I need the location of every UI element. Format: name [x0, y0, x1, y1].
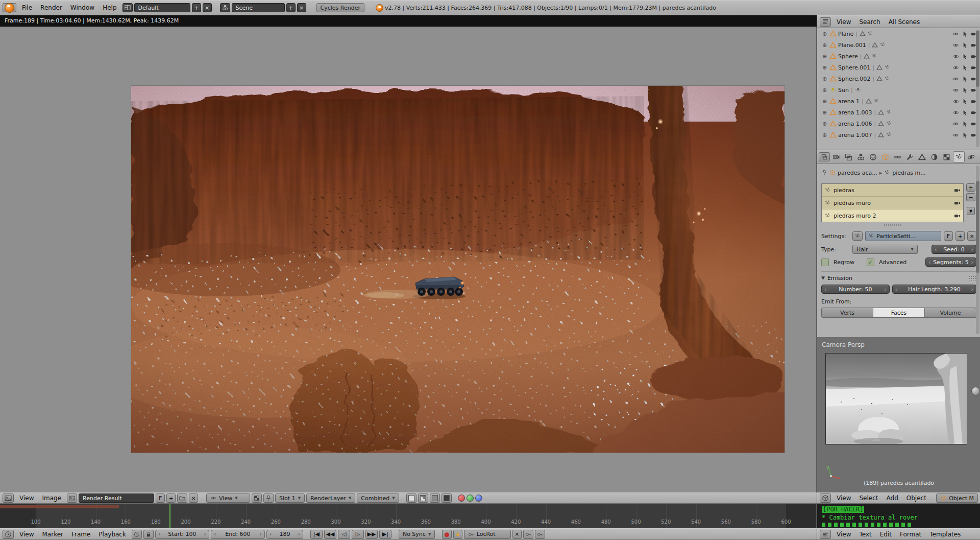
increment-icon[interactable]: › [297, 531, 301, 537]
menu-edit[interactable]: Edit [876, 530, 896, 539]
panel-grip-icon[interactable] [968, 275, 976, 280]
visibility-toggle-icon[interactable] [952, 132, 959, 138]
menu-window[interactable]: Window [66, 3, 99, 12]
visibility-toggle-icon[interactable] [952, 87, 959, 93]
outliner-item[interactable]: ⊕arena 1.006| [817, 118, 980, 129]
timeline-playhead[interactable] [169, 504, 170, 528]
tab-render[interactable] [830, 151, 842, 162]
jump-to-start-button[interactable]: |◀ [310, 530, 323, 539]
expand-icon[interactable]: ⊕ [821, 87, 828, 93]
menu-file[interactable]: File [18, 3, 36, 12]
active-keying-set-select[interactable]: LocRot [464, 530, 511, 539]
editor-type-button[interactable] [3, 494, 14, 503]
menu-playback[interactable]: Playback [94, 530, 130, 539]
add-scene-button[interactable]: + [286, 3, 296, 12]
image-editor-area[interactable] [0, 27, 817, 492]
decrement-icon[interactable]: ‹ [894, 286, 898, 293]
clear-keying-set-button[interactable]: × [512, 530, 522, 539]
selectability-toggle-icon[interactable] [962, 121, 968, 127]
visibility-toggle-icon[interactable] [952, 121, 959, 127]
screen-layout-name-field[interactable]: Default [134, 3, 190, 12]
increment-icon[interactable]: › [259, 531, 263, 537]
pivot-button[interactable] [252, 494, 262, 503]
render-toggle-icon[interactable] [954, 200, 961, 206]
channel-alpha-button[interactable] [430, 494, 440, 503]
use-preview-range-button[interactable] [132, 530, 142, 539]
blue-channel-icon[interactable] [475, 495, 482, 502]
tab-material[interactable] [928, 151, 940, 162]
current-frame-field[interactable]: ‹ 189 › [266, 530, 303, 539]
open-image-button[interactable] [177, 494, 187, 503]
next-keyframe-button[interactable]: ▶▶ [365, 530, 378, 539]
outliner-item[interactable]: ⊕arena 1| [817, 96, 980, 107]
properties-scrollbar[interactable] [976, 166, 979, 334]
tab-texture[interactable] [941, 151, 952, 162]
menu-format[interactable]: Format [896, 530, 925, 539]
menu-render[interactable]: Render [36, 3, 66, 12]
red-channel-icon[interactable] [458, 495, 465, 502]
menu-all-scenes[interactable]: All Scenes [885, 17, 924, 27]
lock-time-button[interactable] [143, 530, 154, 539]
expand-icon[interactable]: ⊕ [821, 53, 828, 60]
particle-system-item[interactable]: piedras muro [822, 197, 963, 209]
green-channel-icon[interactable] [467, 495, 474, 502]
scene-name-field[interactable]: Scene [232, 3, 285, 12]
increment-icon[interactable]: › [970, 286, 974, 293]
visibility-toggle-icon[interactable] [952, 76, 959, 82]
render-layer-select[interactable]: RenderLayer▼ [306, 494, 355, 503]
visibility-toggle-icon[interactable] [952, 98, 959, 105]
decrement-icon[interactable]: ‹ [268, 531, 273, 537]
selectability-toggle-icon[interactable] [962, 53, 968, 60]
outliner-item[interactable]: ⊕Plane| [817, 28, 980, 39]
menu-view[interactable]: View [832, 530, 855, 539]
particle-system-item[interactable]: piedras muro 2 [822, 209, 963, 222]
insert-keyframe-button[interactable] [523, 530, 533, 539]
channel-color-alpha-button[interactable] [418, 494, 428, 503]
hair-length-field[interactable]: ‹ Hair Length: 3.290 › [892, 285, 976, 294]
menu-view[interactable]: View [832, 494, 855, 503]
menu-text[interactable]: Text [855, 530, 875, 539]
emit-volume-button[interactable]: Volume [925, 308, 976, 318]
outliner-item[interactable]: ⊕Sphere.002| [817, 73, 980, 84]
menu-view[interactable]: View [15, 530, 38, 539]
number-field[interactable]: ‹ Number: 50 › [821, 285, 890, 294]
advanced-checkbox[interactable]: ✓ [867, 259, 874, 266]
visibility-toggle-icon[interactable] [952, 109, 959, 116]
particle-settings-name-field[interactable]: ParticleSetti... [865, 231, 941, 241]
viewport-3d[interactable]: Camera Persp [817, 338, 980, 492]
new-image-button[interactable]: + [166, 494, 176, 503]
decrement-icon[interactable]: ‹ [927, 259, 932, 266]
menu-search[interactable]: Search [855, 17, 884, 27]
delete-screen-layout-button[interactable]: × [203, 3, 212, 12]
blender-menu-button[interactable] [3, 3, 16, 12]
image-name-field[interactable]: Render Result [79, 494, 154, 503]
tab-object-data[interactable] [916, 151, 928, 162]
expand-icon[interactable]: ⊕ [821, 64, 828, 71]
expand-icon[interactable]: ⊕ [821, 76, 828, 82]
selectability-toggle-icon[interactable] [962, 109, 968, 116]
editor-type-button[interactable] [820, 17, 831, 27]
rotate-widget-icon[interactable] [971, 387, 980, 395]
render-engine-select[interactable]: Cycles Render [316, 3, 364, 12]
selectability-toggle-icon[interactable] [962, 31, 968, 37]
emit-verts-button[interactable]: Verts [821, 308, 873, 318]
outliner-scrollbar[interactable] [976, 30, 979, 147]
outliner-item[interactable]: ⊕arena 1.007| [817, 129, 980, 140]
render-pass-select[interactable]: Combined▼ [357, 494, 399, 503]
emit-faces-button[interactable]: Faces [873, 308, 925, 318]
increment-icon[interactable]: › [203, 531, 207, 537]
particle-specials-button[interactable]: ▼ [967, 207, 975, 215]
tab-modifiers[interactable] [904, 151, 916, 162]
particle-settings-browse-button[interactable] [852, 231, 863, 241]
breadcrumb-data[interactable]: piedras m... [892, 170, 925, 176]
fake-user-button[interactable]: F [156, 494, 165, 503]
outliner-item[interactable]: ⊕Plane.001| [817, 39, 980, 51]
timeline-ruler[interactable]: 1001201401601802002202402602803003203403… [0, 504, 817, 528]
slot-select[interactable]: Slot 1▼ [275, 494, 305, 503]
visibility-toggle-icon[interactable] [952, 31, 959, 37]
tab-particles[interactable] [953, 151, 965, 162]
menu-marker[interactable]: Marker [38, 530, 67, 539]
tab-physics[interactable] [965, 151, 977, 162]
unlink-image-button[interactable]: × [189, 494, 198, 503]
auto-keyframe-button[interactable]: ● [442, 530, 451, 539]
